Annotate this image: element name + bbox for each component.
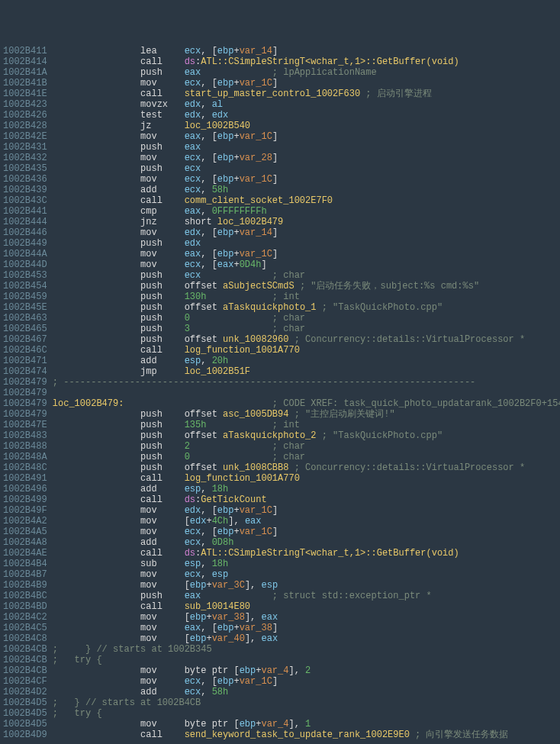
asm-line[interactable]: 1002B44D mov ecx, [eax+0D4h] <box>3 259 557 270</box>
asm-line[interactable]: 1002B4B7 mov ecx, esp <box>3 569 557 580</box>
asm-line[interactable]: 1002B43C call comm_client_socket_1002E7F… <box>3 195 557 206</box>
asm-line[interactable]: 1002B4CF mov ecx, [ebp+var_1C] <box>3 676 557 687</box>
asm-line[interactable]: 1002B4D5 mov byte ptr [ebp+var_4], 1 <box>3 719 557 730</box>
asm-line[interactable]: 1002B432 mov ecx, [ebp+var_28] <box>3 153 557 163</box>
address: 1002B4CB <box>3 665 47 676</box>
asm-line[interactable]: 1002B41E call start_up_master_control_10… <box>3 89 557 99</box>
asm-line[interactable]: 1002B426 test edx, edx <box>3 110 557 121</box>
asm-line[interactable]: 1002B499 call ds:GetTickCount <box>3 494 557 505</box>
operand: eax <box>261 633 278 644</box>
address: 1002B4A8 <box>3 537 47 548</box>
operand: offset <box>185 462 223 473</box>
asm-line[interactable]: 1002B46C call log_function_1001A770 <box>3 345 557 356</box>
asm-line[interactable]: 1002B465 push 3 ; char <box>3 324 557 334</box>
operand: ecx <box>185 537 201 548</box>
asm-line[interactable]: 1002B48C push offset unk_1008CBB8 ; Conc… <box>3 462 557 473</box>
asm-line[interactable]: 1002B441 cmp eax, 0FFFFFFFFh <box>3 206 557 217</box>
asm-line[interactable]: 1002B479 <box>3 388 557 398</box>
asm-line[interactable]: 1002B4CB ; try { <box>3 655 557 665</box>
address: 1002B4BD <box>3 601 47 612</box>
operand: ecx <box>185 174 201 185</box>
mnemonic: mov <box>140 174 185 185</box>
asm-line[interactable]: 1002B4B9 mov [ebp+var_3C], esp <box>3 580 557 591</box>
asm-line[interactable]: 1002B49F mov edx, [ebp+var_1C] <box>3 505 557 516</box>
asm-line[interactable]: 1002B435 push ecx <box>3 163 557 174</box>
asm-line[interactable]: 1002B479 ; -----------------------------… <box>3 377 557 388</box>
asm-line[interactable]: 1002B454 push offset aSubjectSCmdS ; "启动… <box>3 281 557 291</box>
asm-line[interactable]: 1002B4A8 add ecx, 0D8h <box>3 537 557 548</box>
asm-line[interactable]: 1002B414 call ds:ATL::CSimpleStringT<wch… <box>3 56 557 67</box>
asm-line[interactable]: 1002B479 loc_1002B479: ; CODE XREF: task… <box>3 398 557 409</box>
mnemonic: mov <box>140 612 185 623</box>
asm-line[interactable]: 1002B411 lea ecx, [ebp+var_14] <box>3 46 557 56</box>
asm-line[interactable]: 1002B483 push offset aTaskquickphoto_2 ;… <box>3 430 557 441</box>
asm-line[interactable]: 1002B459 push 130h ; int <box>3 291 557 302</box>
comment: ; 向引擎发送任务数据 <box>410 730 509 740</box>
asm-line[interactable]: 1002B4BC push eax ; struct std::exceptio… <box>3 591 557 601</box>
operand: ] <box>261 259 266 270</box>
operand: ] <box>272 174 278 185</box>
asm-line[interactable]: 1002B48A push 0 ; char <box>3 452 557 462</box>
asm-line[interactable]: 1002B488 push 2 ; char <box>3 441 557 452</box>
asm-line[interactable]: 1002B4D2 add ecx, 58h <box>3 687 557 697</box>
operand: 18h <box>212 484 229 494</box>
asm-line[interactable]: 1002B4D5 ; } // starts at 1002B4CB <box>3 697 557 708</box>
asm-line[interactable]: 1002B4A2 mov [edx+4Ch], eax <box>3 516 557 527</box>
address: 1002B431 <box>3 142 47 153</box>
operand: , [ <box>201 249 217 259</box>
comment: ; char <box>190 313 305 324</box>
mnemonic: add <box>140 687 185 697</box>
operand: var_38 <box>212 612 245 623</box>
asm-line[interactable]: 1002B431 push eax <box>3 142 557 153</box>
asm-line[interactable]: 1002B4CB ; } // starts at 1002B345 <box>3 644 557 655</box>
asm-line[interactable]: 1002B491 call log_function_1001A770 <box>3 473 557 484</box>
asm-line[interactable]: 1002B42E mov eax, [ebp+var_1C] <box>3 131 557 142</box>
asm-line[interactable]: 1002B4A5 mov ecx, [ebp+var_1C] <box>3 527 557 537</box>
operand: ecx <box>185 185 201 195</box>
mnemonic: mov <box>140 505 185 516</box>
asm-line[interactable]: 1002B4C2 mov [ebp+var_38], eax <box>3 612 557 623</box>
asm-line[interactable]: 1002B474 jmp loc_1002B51F <box>3 366 557 377</box>
asm-line[interactable]: 1002B4BD call sub_10014E80 <box>3 601 557 612</box>
comment: ; int <box>206 291 299 302</box>
asm-line[interactable]: 1002B428 jz loc_1002B540 <box>3 121 557 131</box>
asm-line[interactable]: 1002B439 add ecx, 58h <box>3 185 557 195</box>
operand: ebp <box>217 623 234 633</box>
asm-line[interactable]: 1002B4CB mov byte ptr [ebp+var_4], 2 <box>3 665 557 676</box>
mnemonic: movzx <box>140 99 185 110</box>
mnemonic: mov <box>140 78 185 89</box>
operand: ds <box>185 56 195 67</box>
asm-line[interactable]: 1002B436 mov ecx, [ebp+var_1C] <box>3 174 557 185</box>
asm-line[interactable]: 1002B47E push 135h ; int <box>3 420 557 430</box>
asm-line[interactable]: 1002B4AE call ds:ATL::CSimpleStringT<wch… <box>3 548 557 559</box>
operand: , [ <box>201 174 217 185</box>
address: 1002B491 <box>3 473 47 484</box>
address: 1002B479 <box>3 388 47 398</box>
asm-line[interactable]: 1002B463 push 0 ; char <box>3 313 557 324</box>
asm-line[interactable]: 1002B4C8 mov [ebp+var_40], eax <box>3 633 557 644</box>
asm-line[interactable]: 1002B444 jnz short loc_1002B479 <box>3 217 557 227</box>
operand: [ <box>185 580 190 591</box>
operand: offset <box>185 409 223 420</box>
asm-line[interactable]: 1002B479 push offset asc_1005DB94 ; "主控启… <box>3 409 557 420</box>
operand: ebp <box>217 527 234 537</box>
asm-line[interactable]: 1002B496 add esp, 18h <box>3 484 557 494</box>
asm-line[interactable]: 1002B4B4 sub esp, 18h <box>3 559 557 569</box>
asm-line[interactable]: 1002B4D9 call send_keyword_task_to_updat… <box>3 730 557 740</box>
operand: offset <box>185 430 223 441</box>
asm-line[interactable]: 1002B467 push offset unk_10082960 ; Conc… <box>3 334 557 345</box>
asm-line[interactable]: 1002B471 add esp, 20h <box>3 356 557 366</box>
asm-line[interactable]: 1002B41A push eax ; lpApplicationName <box>3 67 557 78</box>
asm-line[interactable]: 1002B4C5 mov eax, [ebp+var_38] <box>3 623 557 633</box>
operand: , <box>201 537 211 548</box>
operand: eax <box>245 516 262 527</box>
asm-line[interactable]: 1002B44A mov eax, [ebp+var_1C] <box>3 249 557 259</box>
operand: log_function_1001A770 <box>185 345 300 356</box>
asm-line[interactable]: 1002B446 mov edx, [ebp+var_14] <box>3 227 557 238</box>
asm-line[interactable]: 1002B41B mov ecx, [ebp+var_1C] <box>3 78 557 89</box>
asm-line[interactable]: 1002B45E push offset aTaskquickphoto_1 ;… <box>3 302 557 313</box>
asm-line[interactable]: 1002B453 push ecx ; char <box>3 270 557 281</box>
asm-line[interactable]: 1002B4D5 ; try { <box>3 708 557 719</box>
asm-line[interactable]: 1002B449 push edx <box>3 238 557 249</box>
asm-line[interactable]: 1002B423 movzx edx, al <box>3 99 557 110</box>
